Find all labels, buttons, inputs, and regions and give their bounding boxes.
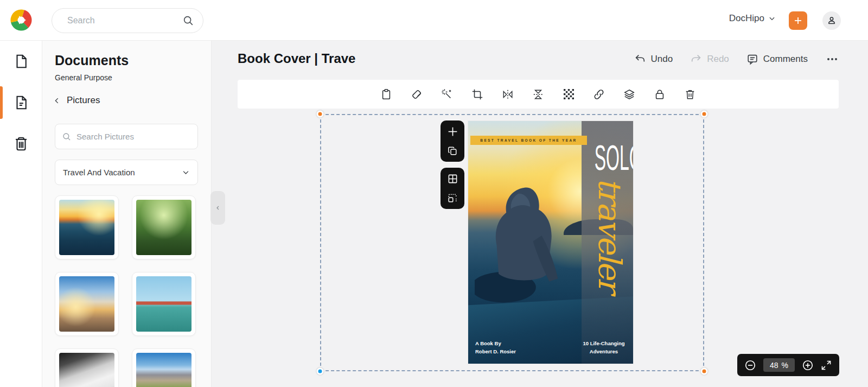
eraser-icon[interactable] (409, 86, 425, 103)
picture-thumbnail[interactable] (132, 272, 196, 336)
right-line1: 10 Life-Changing (575, 339, 633, 347)
picture-thumbnail[interactable] (55, 272, 119, 336)
zoom-unit: % (782, 361, 788, 370)
picture-thumbnail[interactable] (55, 348, 119, 387)
person-icon (826, 15, 837, 26)
pictures-panel: Documents General Purpose Pictures Trave… (42, 41, 212, 387)
workspace-switcher[interactable]: DocHipo (729, 13, 776, 24)
panel-title: Documents (55, 53, 129, 68)
rail-item-new-document[interactable] (0, 41, 42, 82)
resize-handle-bottom-left[interactable] (317, 368, 324, 375)
flip-horizontal-icon[interactable] (500, 86, 516, 103)
cover-subtitle-right[interactable]: 10 Life-Changing Adventures (575, 339, 633, 356)
left-icon-rail (0, 41, 42, 387)
author-line2: Robert D. Rosier (475, 347, 516, 356)
resize-handle-top-right[interactable] (701, 111, 708, 118)
more-options-button[interactable] (827, 58, 837, 60)
cover-title[interactable]: SOLO (595, 141, 621, 176)
thumbnail-image (136, 353, 192, 387)
comment-icon (746, 53, 758, 65)
pictures-grid (55, 195, 198, 387)
chevron-down-icon (768, 15, 776, 22)
dochipo-editor: DocHipo (0, 0, 868, 387)
crop-icon[interactable] (469, 86, 486, 103)
enhance-icon[interactable] (439, 86, 455, 103)
thumbnail-image (59, 276, 114, 332)
panel-subtitle: General Purpose (55, 73, 112, 82)
picture-thumbnail[interactable] (132, 195, 196, 259)
back-label: Pictures (67, 95, 100, 106)
redo-label: Redo (707, 54, 729, 65)
flip-vertical-icon[interactable] (530, 86, 546, 103)
global-search-input[interactable] (67, 16, 182, 26)
zoom-in-button[interactable] (802, 359, 814, 371)
element-toolbar (238, 80, 839, 109)
undo-icon (634, 53, 646, 65)
zoom-out-button[interactable] (744, 359, 756, 371)
top-bar: DocHipo (0, 0, 868, 41)
plus-icon (793, 16, 803, 26)
file-icon (13, 53, 29, 69)
thumbnail-image (59, 353, 114, 387)
chevron-left-icon (53, 97, 61, 105)
hooded-person-silhouette (475, 179, 570, 315)
pictures-search (55, 124, 198, 149)
cover-script-title[interactable]: traveler (594, 177, 626, 346)
panel-collapse-toggle[interactable] (210, 191, 225, 225)
document-title[interactable]: Book Cover | Trave (238, 51, 355, 66)
comments-button[interactable]: Comments (746, 53, 808, 65)
add-page-button[interactable] (445, 124, 459, 138)
create-new-button[interactable] (789, 11, 807, 30)
layers-icon[interactable] (621, 86, 637, 103)
thumbnail-image (59, 200, 114, 255)
picture-thumbnail[interactable] (132, 348, 196, 387)
right-line2: Adventures (575, 347, 633, 356)
transparency-icon[interactable] (560, 86, 577, 103)
grid-layout-button[interactable] (445, 172, 459, 186)
chevron-left-icon (215, 205, 221, 211)
search-icon[interactable] (182, 15, 194, 27)
duplicate-page-button[interactable] (445, 144, 459, 158)
zoom-level[interactable]: 48 % (763, 358, 795, 372)
cover-author[interactable]: A Book By Robert D. Rosier (475, 339, 516, 356)
rail-item-documents[interactable] (0, 82, 42, 123)
fullscreen-icon[interactable] (821, 360, 832, 371)
rail-item-trash[interactable] (0, 123, 42, 164)
zoom-controls: 48 % (737, 354, 839, 376)
undo-button[interactable]: Undo (634, 53, 673, 65)
chevron-down-icon (182, 168, 190, 176)
header-actions: Undo Redo Comments (634, 53, 837, 65)
trash-icon (13, 136, 29, 152)
banner-text: BEST TRAVEL BOOK OF THE YEAR (480, 138, 577, 142)
resize-canvas-button[interactable] (445, 191, 459, 205)
delete-icon[interactable] (682, 86, 698, 103)
file-text-icon (13, 94, 29, 111)
comments-label: Comments (763, 54, 808, 65)
thumbnail-image (136, 276, 192, 332)
resize-handle-top-left[interactable] (317, 111, 324, 118)
clipboard-icon[interactable] (378, 86, 394, 103)
redo-icon (690, 53, 702, 65)
redo-button[interactable]: Redo (690, 53, 729, 65)
back-to-pictures[interactable]: Pictures (53, 95, 100, 106)
page-actions-group (441, 120, 464, 162)
book-cover-design[interactable]: BEST TRAVEL BOOK OF THE YEAR SOLO travel… (468, 121, 633, 364)
pictures-search-input[interactable] (76, 132, 191, 141)
undo-label: Undo (651, 54, 673, 65)
search-icon (62, 132, 72, 142)
category-dropdown[interactable]: Travel And Vacation (55, 160, 198, 185)
lock-icon[interactable] (652, 86, 668, 103)
thumbnail-image (136, 200, 192, 255)
link-icon[interactable] (591, 86, 607, 103)
workspace-name: DocHipo (729, 13, 764, 24)
zoom-value-text: 48 (770, 361, 778, 370)
category-value: Travel And Vacation (63, 168, 135, 177)
dochipo-logo-icon[interactable] (9, 8, 33, 32)
global-search (52, 8, 203, 33)
layout-actions-group (441, 168, 464, 209)
author-line1: A Book By (475, 339, 516, 347)
resize-handle-bottom-right[interactable] (701, 368, 708, 375)
cover-banner[interactable]: BEST TRAVEL BOOK OF THE YEAR (470, 136, 587, 145)
picture-thumbnail[interactable] (55, 195, 119, 259)
user-avatar[interactable] (822, 11, 841, 30)
